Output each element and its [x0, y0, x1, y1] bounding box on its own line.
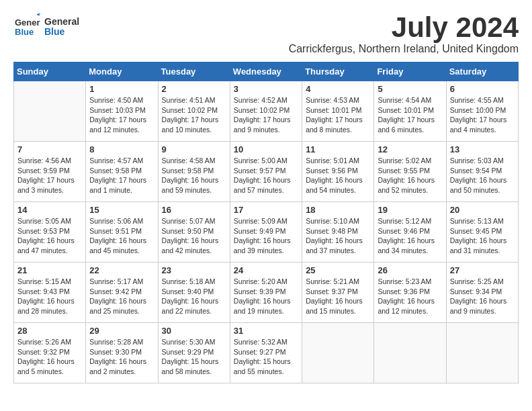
weekday-header-thursday: Thursday: [302, 62, 374, 81]
day-number: 1: [89, 84, 154, 94]
day-info: Sunrise: 4:53 AM Sunset: 10:01 PM Daylig…: [306, 95, 370, 135]
calendar-cell: 25Sunrise: 5:21 AM Sunset: 9:37 PM Dayli…: [302, 263, 374, 323]
day-number: 21: [17, 265, 82, 275]
day-info: Sunrise: 5:03 AM Sunset: 9:54 PM Dayligh…: [450, 156, 515, 195]
calendar-cell: 30Sunrise: 5:30 AM Sunset: 9:29 PM Dayli…: [158, 323, 230, 383]
day-info: Sunrise: 5:18 AM Sunset: 9:40 PM Dayligh…: [162, 277, 226, 316]
day-number: 14: [17, 205, 82, 215]
day-info: Sunrise: 5:28 AM Sunset: 9:30 PM Dayligh…: [89, 337, 154, 377]
page-header: General Blue General Blue July 2024 Carr…: [13, 13, 519, 55]
calendar-cell: 23Sunrise: 5:18 AM Sunset: 9:40 PM Dayli…: [158, 263, 230, 323]
day-number: 20: [450, 205, 515, 215]
weekday-header-friday: Friday: [374, 62, 446, 81]
calendar-cell: 18Sunrise: 5:10 AM Sunset: 9:48 PM Dayli…: [302, 202, 374, 263]
location-subtitle: Carrickfergus, Northern Ireland, United …: [79, 43, 519, 55]
svg-text:Blue: Blue: [15, 27, 34, 37]
calendar-cell: 8Sunrise: 4:57 AM Sunset: 9:58 PM Daylig…: [86, 142, 158, 202]
day-info: Sunrise: 5:17 AM Sunset: 9:42 PM Dayligh…: [89, 277, 154, 316]
calendar-cell: 29Sunrise: 5:28 AM Sunset: 9:30 PM Dayli…: [86, 323, 158, 383]
logo: General Blue General Blue: [13, 13, 79, 40]
day-number: 11: [306, 144, 370, 154]
weekday-header-row: SundayMondayTuesdayWednesdayThursdayFrid…: [14, 62, 519, 81]
day-number: 18: [306, 205, 370, 215]
day-number: 23: [162, 265, 226, 275]
calendar-cell: 12Sunrise: 5:02 AM Sunset: 9:55 PM Dayli…: [374, 142, 446, 202]
calendar-cell: [446, 323, 518, 383]
day-info: Sunrise: 5:15 AM Sunset: 9:43 PM Dayligh…: [17, 277, 82, 316]
calendar-cell: 27Sunrise: 5:25 AM Sunset: 9:34 PM Dayli…: [446, 263, 518, 323]
calendar-cell: 9Sunrise: 4:58 AM Sunset: 9:58 PM Daylig…: [158, 142, 230, 202]
day-info: Sunrise: 5:25 AM Sunset: 9:34 PM Dayligh…: [450, 277, 515, 316]
day-info: Sunrise: 5:06 AM Sunset: 9:51 PM Dayligh…: [89, 216, 154, 256]
month-title: July 2024: [79, 13, 519, 42]
calendar-cell: 28Sunrise: 5:26 AM Sunset: 9:32 PM Dayli…: [14, 323, 86, 383]
calendar-cell: 11Sunrise: 5:01 AM Sunset: 9:56 PM Dayli…: [302, 142, 374, 202]
calendar-body: 1Sunrise: 4:50 AM Sunset: 10:03 PM Dayli…: [14, 81, 519, 383]
day-info: Sunrise: 4:55 AM Sunset: 10:00 PM Daylig…: [450, 95, 515, 135]
calendar-table: SundayMondayTuesdayWednesdayThursdayFrid…: [13, 62, 519, 383]
day-number: 22: [89, 265, 154, 275]
day-number: 17: [234, 205, 298, 215]
day-info: Sunrise: 5:13 AM Sunset: 9:45 PM Dayligh…: [450, 216, 515, 256]
calendar-cell: 20Sunrise: 5:13 AM Sunset: 9:45 PM Dayli…: [446, 202, 518, 263]
week-row-2: 7Sunrise: 4:56 AM Sunset: 9:59 PM Daylig…: [14, 142, 519, 202]
calendar-cell: [14, 81, 86, 142]
day-number: 6: [450, 84, 515, 94]
calendar-cell: 2Sunrise: 4:51 AM Sunset: 10:02 PM Dayli…: [158, 81, 230, 142]
day-info: Sunrise: 4:56 AM Sunset: 9:59 PM Dayligh…: [17, 156, 82, 195]
calendar-cell: [374, 323, 446, 383]
day-number: 24: [234, 265, 298, 275]
calendar-cell: 4Sunrise: 4:53 AM Sunset: 10:01 PM Dayli…: [302, 81, 374, 142]
day-number: 19: [378, 205, 442, 215]
day-number: 25: [306, 265, 370, 275]
calendar-cell: 14Sunrise: 5:05 AM Sunset: 9:53 PM Dayli…: [14, 202, 86, 263]
day-info: Sunrise: 4:54 AM Sunset: 10:01 PM Daylig…: [378, 95, 442, 135]
weekday-header-saturday: Saturday: [446, 62, 518, 81]
calendar-cell: 13Sunrise: 5:03 AM Sunset: 9:54 PM Dayli…: [446, 142, 518, 202]
day-number: 26: [378, 265, 442, 275]
day-info: Sunrise: 5:10 AM Sunset: 9:48 PM Dayligh…: [306, 216, 370, 256]
day-info: Sunrise: 5:30 AM Sunset: 9:29 PM Dayligh…: [162, 337, 226, 377]
day-info: Sunrise: 5:21 AM Sunset: 9:37 PM Dayligh…: [306, 277, 370, 316]
calendar-cell: 15Sunrise: 5:06 AM Sunset: 9:51 PM Dayli…: [86, 202, 158, 263]
day-number: 28: [17, 326, 82, 336]
day-number: 16: [162, 205, 226, 215]
day-info: Sunrise: 5:02 AM Sunset: 9:55 PM Dayligh…: [378, 156, 442, 195]
calendar-cell: 26Sunrise: 5:23 AM Sunset: 9:36 PM Dayli…: [374, 263, 446, 323]
day-info: Sunrise: 5:09 AM Sunset: 9:49 PM Dayligh…: [234, 216, 298, 256]
calendar-cell: 21Sunrise: 5:15 AM Sunset: 9:43 PM Dayli…: [14, 263, 86, 323]
week-row-1: 1Sunrise: 4:50 AM Sunset: 10:03 PM Dayli…: [14, 81, 519, 142]
calendar-cell: 5Sunrise: 4:54 AM Sunset: 10:01 PM Dayli…: [374, 81, 446, 142]
day-number: 4: [306, 84, 370, 94]
day-number: 3: [234, 84, 298, 94]
day-number: 12: [378, 144, 442, 154]
day-info: Sunrise: 5:12 AM Sunset: 9:46 PM Dayligh…: [378, 216, 442, 256]
svg-text:General: General: [15, 17, 40, 28]
calendar-cell: 17Sunrise: 5:09 AM Sunset: 9:49 PM Dayli…: [230, 202, 302, 263]
day-info: Sunrise: 4:58 AM Sunset: 9:58 PM Dayligh…: [162, 156, 226, 195]
day-info: Sunrise: 4:50 AM Sunset: 10:03 PM Daylig…: [89, 95, 154, 135]
day-number: 29: [89, 326, 154, 336]
calendar-cell: 6Sunrise: 4:55 AM Sunset: 10:00 PM Dayli…: [446, 81, 518, 142]
calendar-cell: 31Sunrise: 5:32 AM Sunset: 9:27 PM Dayli…: [230, 323, 302, 383]
day-info: Sunrise: 4:52 AM Sunset: 10:02 PM Daylig…: [234, 95, 298, 135]
calendar-cell: 1Sunrise: 4:50 AM Sunset: 10:03 PM Dayli…: [86, 81, 158, 142]
day-number: 2: [162, 84, 226, 94]
day-info: Sunrise: 5:32 AM Sunset: 9:27 PM Dayligh…: [234, 337, 298, 377]
week-row-5: 28Sunrise: 5:26 AM Sunset: 9:32 PM Dayli…: [14, 323, 519, 383]
weekday-header-tuesday: Tuesday: [158, 62, 230, 81]
day-info: Sunrise: 5:01 AM Sunset: 9:56 PM Dayligh…: [306, 156, 370, 195]
calendar-cell: 3Sunrise: 4:52 AM Sunset: 10:02 PM Dayli…: [230, 81, 302, 142]
week-row-4: 21Sunrise: 5:15 AM Sunset: 9:43 PM Dayli…: [14, 263, 519, 323]
calendar-cell: 16Sunrise: 5:07 AM Sunset: 9:50 PM Dayli…: [158, 202, 230, 263]
day-number: 5: [378, 84, 442, 94]
weekday-header-monday: Monday: [86, 62, 158, 81]
logo-text: General Blue: [44, 17, 79, 38]
day-number: 27: [450, 265, 515, 275]
day-number: 7: [17, 144, 82, 154]
day-number: 13: [450, 144, 515, 154]
calendar-cell: 7Sunrise: 4:56 AM Sunset: 9:59 PM Daylig…: [14, 142, 86, 202]
title-section: July 2024 Carrickfergus, Northern Irelan…: [79, 13, 519, 55]
weekday-header-wednesday: Wednesday: [230, 62, 302, 81]
weekday-header-sunday: Sunday: [14, 62, 86, 81]
